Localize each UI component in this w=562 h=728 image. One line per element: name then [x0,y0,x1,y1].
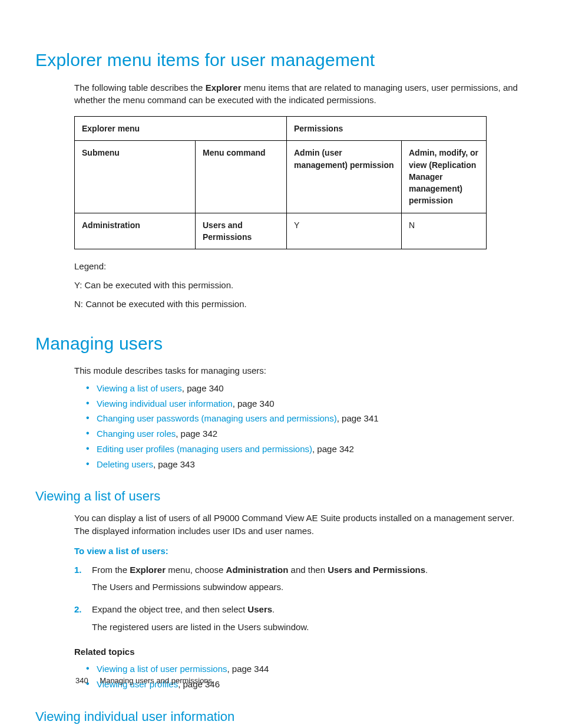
section2-intro: This module describes tasks for managing… [74,364,521,377]
page-ref: , page 343 [153,459,195,469]
step-1: From the Explorer menu, choose Administr… [74,564,521,594]
td-submenu: Administration [75,213,196,249]
th-admin-user: Admin (user management) permission [287,141,402,213]
b: Explorer [130,565,166,575]
section2-link-list: Viewing a list of users, page 340 Viewin… [86,382,521,471]
document-page: Explorer menu items for user management … [0,0,562,728]
th-menu-command: Menu command [196,141,287,213]
section1-body: The following table describes the Explor… [74,81,521,311]
heading-viewing-individual-user: Viewing individual user information [35,707,521,726]
step-result: The Users and Permissions subwindow appe… [92,581,521,594]
permissions-table: Explorer menu Permissions Submenu Menu c… [74,116,487,249]
page-ref: , page 341 [337,413,379,423]
footer-title: Managing users and permissions [100,676,212,685]
td-menucmd: Users and Permissions [196,213,287,249]
link-viewing-list-permissions[interactable]: Viewing a list of user permissions [97,664,227,674]
page-ref: , page 340 [233,398,275,409]
legend-title: Legend: [74,260,521,273]
related-topics-title: Related topics [74,645,521,658]
step-text: From the Explorer menu, choose Administr… [92,564,521,577]
list-item: Deleting users, page 343 [86,458,521,471]
t: . [272,604,275,614]
intro-bold: Explorer [206,83,242,93]
table-header-row-1: Explorer menu Permissions [75,117,487,141]
link-changing-passwords[interactable]: Changing user passwords (managing users … [97,413,337,423]
page-ref: , page 342 [176,429,217,439]
th-submenu: Submenu [75,141,196,213]
legend-n: N: Cannot be executed with this permissi… [74,298,521,311]
t: From the [92,565,130,575]
list-item: Viewing individual user information, pag… [86,397,521,410]
t: menu, choose [166,565,226,575]
th-explorer-menu: Explorer menu [75,117,287,141]
b: Users [247,604,272,614]
legend-y: Y: Can be executed with this permission. [74,279,521,292]
b: Administration [226,565,289,575]
table-row: Administration Users and Permissions Y N [75,213,487,249]
step-text: Expand the object tree, and then select … [92,603,521,616]
td-admin-user: Y [287,213,402,249]
table-header-row-2: Submenu Menu command Admin (user managem… [75,141,487,213]
list-item: Viewing a list of user permissions, page… [86,663,521,676]
page-ref: , page 344 [227,664,269,674]
section3-intro: You can display a list of users of all P… [74,512,521,538]
b: Users and Permissions [328,565,425,575]
list-item: Changing user passwords (managing users … [86,412,521,425]
procedure-title: To view a list of users: [74,545,521,558]
link-editing-profiles[interactable]: Editing user profiles (managing users an… [97,444,312,454]
heading-explorer-menu: Explorer menu items for user management [35,47,521,73]
link-viewing-list-users[interactable]: Viewing a list of users [97,383,182,393]
link-deleting-users[interactable]: Deleting users [97,459,153,469]
step-result: The registered users are listed in the U… [92,621,521,634]
page-number: 340 [75,676,88,685]
heading-managing-users: Managing users [35,331,521,357]
page-footer: 340 Managing users and permissions [75,676,212,687]
page-ref: , page 340 [182,383,224,393]
section1-intro: The following table describes the Explor… [74,81,521,107]
intro-pre: The following table describes the [74,83,206,93]
step-2: Expand the object tree, and then select … [74,603,521,634]
page-ref: , page 342 [312,444,354,454]
t: and then [288,565,328,575]
legend: Legend: Y: Can be executed with this per… [74,260,521,310]
section3-body: You can display a list of users of all P… [74,512,521,691]
td-admin-mod: N [402,213,487,249]
procedure-steps: From the Explorer menu, choose Administr… [74,564,521,634]
link-changing-roles[interactable]: Changing user roles [97,429,176,439]
th-permissions: Permissions [287,117,487,141]
link-viewing-individual-user[interactable]: Viewing individual user information [97,398,233,409]
list-item: Changing user roles, page 342 [86,427,521,440]
list-item: Editing user profiles (managing users an… [86,443,521,456]
list-item: Viewing a list of users, page 340 [86,382,521,395]
t: Expand the object tree, and then select [92,604,247,614]
t: . [425,565,428,575]
section2-body: This module describes tasks for managing… [74,364,521,470]
heading-viewing-list-users: Viewing a list of users [35,487,521,506]
th-admin-modify: Admin, modify, or view (Replication Mana… [402,141,487,213]
